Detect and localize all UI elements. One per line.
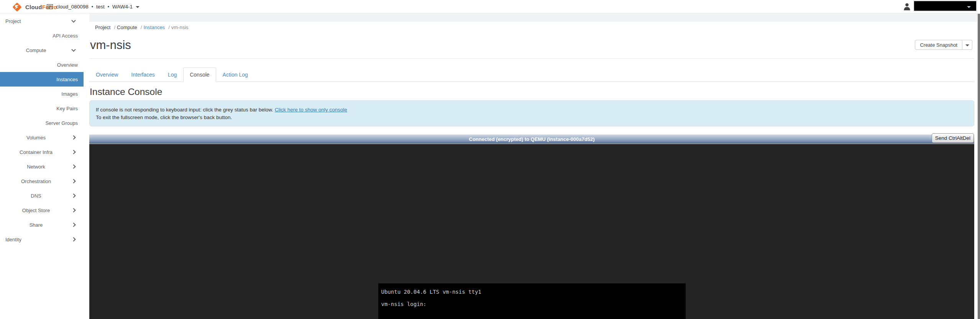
- breadcrumb-separator: /: [168, 25, 170, 30]
- header-strip: [89, 14, 977, 22]
- create-snapshot-dropdown-button[interactable]: [962, 40, 972, 50]
- chevron-right-icon: [71, 237, 76, 241]
- scrollbar-thumb[interactable]: [978, 14, 980, 319]
- instance-tabs: Overview Interfaces Log Console Action L…: [89, 66, 974, 82]
- tab-log[interactable]: Log: [161, 67, 183, 82]
- chevron-down-icon: [136, 6, 140, 8]
- project-context-switcher[interactable]: cloud_080098 • test • WAW4-1: [47, 0, 140, 13]
- sidebar-item-label: Container Infra: [20, 149, 53, 155]
- sidebar-item-server-groups[interactable]: Server Groups: [0, 116, 84, 130]
- sidebar-item-dns[interactable]: DNS: [0, 188, 84, 203]
- vnc-guest-screen[interactable]: Ubuntu 20.04.6 LTS vm-nsis tty1 vm-nsis …: [378, 283, 686, 319]
- chevron-right-icon: [71, 150, 76, 154]
- title-divider: [89, 58, 974, 59]
- sidebar-item-images[interactable]: Images: [0, 87, 84, 101]
- sidebar-item-label: Object Store: [22, 208, 50, 213]
- sidebar-item-overview[interactable]: Overview: [0, 57, 84, 72]
- tab-action-log[interactable]: Action Log: [216, 67, 254, 82]
- sidebar-item-api-access[interactable]: API Access: [0, 28, 84, 43]
- alert-text-line2: To exit the fullscreen mode, click the b…: [96, 115, 232, 120]
- sidebar-item-label: API Access: [53, 33, 78, 39]
- tab-console[interactable]: Console: [183, 67, 216, 82]
- sidebar-item-label: Server Groups: [45, 120, 78, 126]
- chevron-right-icon: [71, 208, 76, 212]
- context-separator: •: [92, 4, 93, 10]
- sidebar-item-volumes[interactable]: Volumes: [0, 130, 84, 145]
- sidebar-item-label: Key Pairs: [56, 106, 78, 111]
- breadcrumb-current: vm-nsis: [171, 25, 189, 30]
- page-scrollbar[interactable]: [977, 0, 980, 319]
- sidebar-item-label: Network: [27, 164, 45, 170]
- sidebar-nav: Project API Access Compute Overview Inst…: [0, 14, 89, 319]
- tab-interfaces[interactable]: Interfaces: [125, 67, 161, 82]
- breadcrumb: Project/Compute/Instances/vm-nsis: [95, 25, 190, 30]
- terminal-line: vm-nsis login:: [381, 301, 427, 307]
- sidebar-item-label: Instances: [56, 77, 78, 82]
- breadcrumb-compute: Compute: [117, 25, 137, 30]
- chevron-down-icon: [967, 6, 971, 8]
- sidebar-item-network[interactable]: Network: [0, 159, 84, 174]
- chevron-down-icon: [71, 47, 76, 52]
- chevron-down-icon: [71, 18, 76, 23]
- main-content: Project/Compute/Instances/vm-nsis vm-nsi…: [89, 14, 977, 319]
- sidebar-item-label: Volumes: [26, 135, 46, 141]
- section-heading: Instance Console: [90, 87, 162, 97]
- sidebar-item-object-store[interactable]: Object Store: [0, 203, 84, 218]
- user-icon: [904, 3, 910, 10]
- sidebar-item-label: Images: [61, 91, 78, 97]
- sidebar-item-compute[interactable]: Compute: [0, 43, 84, 57]
- breadcrumb-separator: /: [114, 25, 115, 30]
- page-title: vm-nsis: [90, 38, 131, 52]
- context-env: test: [96, 4, 105, 10]
- sidebar-item-label: DNS: [31, 193, 41, 199]
- chevron-right-icon: [71, 135, 76, 139]
- top-navbar: CloudFerro cloud_080098 • test • WAW4-1: [0, 0, 980, 13]
- breadcrumb-project: Project: [95, 25, 110, 30]
- cloudferro-logo-icon: [11, 1, 23, 13]
- sidebar-item-label: Compute: [26, 47, 46, 53]
- sidebar-item-instances[interactable]: Instances: [0, 72, 84, 87]
- chevron-right-icon: [71, 222, 76, 227]
- chevron-right-icon: [71, 179, 76, 183]
- vnc-canvas-area[interactable]: Ubuntu 20.04.6 LTS vm-nsis tty1 vm-nsis …: [89, 144, 974, 319]
- chevron-right-icon: [71, 164, 76, 168]
- breadcrumb-instances-link[interactable]: Instances: [143, 25, 165, 30]
- sidebar-item-label: Project: [5, 18, 21, 24]
- sidebar-item-key-pairs[interactable]: Key Pairs: [0, 101, 84, 116]
- tab-overview[interactable]: Overview: [89, 67, 125, 82]
- create-snapshot-button[interactable]: Create Snapshot: [915, 40, 962, 50]
- show-only-console-link[interactable]: Click here to show only console: [275, 107, 347, 113]
- console-info-alert: If console is not responding to keyboard…: [89, 100, 974, 126]
- user-menu-redacted[interactable]: [913, 0, 977, 11]
- send-ctrl-alt-del-button[interactable]: Send CtrlAltDel: [932, 133, 974, 143]
- chevron-down-icon: [965, 44, 969, 46]
- context-project: cloud_080098: [56, 4, 89, 10]
- sidebar-item-project[interactable]: Project: [0, 14, 84, 28]
- sidebar-item-label: Identity: [5, 237, 21, 242]
- chevron-right-icon: [71, 193, 76, 198]
- context-region: WAW4-1: [112, 4, 133, 10]
- create-snapshot-split-button: Create Snapshot: [915, 40, 972, 50]
- context-separator: •: [108, 4, 109, 10]
- sidebar-item-orchestration[interactable]: Orchestration: [0, 174, 84, 188]
- sidebar-item-share[interactable]: Share: [0, 218, 84, 232]
- breadcrumb-separator: /: [141, 25, 142, 30]
- vnc-status-bar[interactable]: Connected (encrypted) to QEMU (instance-…: [89, 134, 974, 144]
- sidebar-item-label: Share: [30, 222, 43, 228]
- alert-text-line1: If console is not responding to keyboard…: [96, 107, 275, 113]
- sidebar-item-identity[interactable]: Identity: [0, 232, 84, 247]
- horizon-dashboard: CloudFerro cloud_080098 • test • WAW4-1: [0, 0, 980, 319]
- project-switcher-icon: [47, 4, 53, 9]
- sidebar-item-label: Orchestration: [21, 178, 51, 184]
- sidebar-item-container-infra[interactable]: Container Infra: [0, 145, 84, 159]
- sidebar-item-label: Overview: [57, 62, 78, 68]
- terminal-line: Ubuntu 20.04.6 LTS vm-nsis tty1: [381, 289, 481, 295]
